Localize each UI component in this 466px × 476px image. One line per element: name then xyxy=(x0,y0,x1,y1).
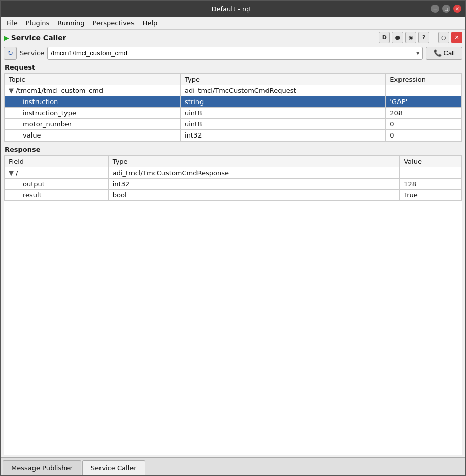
request-cell-expression[interactable] xyxy=(386,85,462,96)
main-window: Default - rqt ─ □ ✕ File Plugins Running… xyxy=(0,0,466,476)
response-col-value: Value xyxy=(400,156,462,167)
request-cell-topic: ▼/tmcm1/tmcl_custom_cmd xyxy=(5,85,181,96)
request-cell-topic: instruction_type xyxy=(5,108,181,119)
plugin-header: ▶ Service Caller D ● ◉ ? - ○ ✕ xyxy=(1,30,465,45)
window-title: Default - rqt xyxy=(32,5,431,13)
menu-perspectives[interactable]: Perspectives xyxy=(89,18,139,28)
request-cell-type: adi_tmcl/TmcCustomCmdRequest xyxy=(181,85,386,96)
plugin-help-button[interactable]: ? xyxy=(418,32,429,43)
service-row: ↻ Service /tmcm1/tmcl_custom_cmd 📞 Call xyxy=(1,45,465,61)
plugin-d-button[interactable]: D xyxy=(379,32,390,43)
response-table-row[interactable]: resultboolTrue xyxy=(5,190,462,201)
title-bar: Default - rqt ─ □ ✕ xyxy=(1,1,465,17)
response-table-row[interactable]: ▼/adi_tmcl/TmcCustomCmdResponse xyxy=(5,167,462,179)
menu-plugins[interactable]: Plugins xyxy=(22,18,54,28)
request-table-row[interactable]: instructionstring'GAP' xyxy=(5,96,462,108)
request-table: Topic Type Expression ▼/tmcm1/tmcl_custo… xyxy=(4,74,462,141)
menu-running[interactable]: Running xyxy=(53,18,88,28)
plugin-controls: D ● ◉ ? - ○ ✕ xyxy=(379,32,462,43)
response-cell-type: adi_tmcl/TmcCustomCmdResponse xyxy=(108,167,400,179)
response-table-wrap: Field Type Value ▼/adi_tmcl/TmcCustomCmd… xyxy=(4,155,462,455)
main-content: Request Topic Type Expression ▼/tmcm1/tm… xyxy=(1,61,465,457)
request-cell-type: uint8 xyxy=(181,108,386,119)
menu-bar: File Plugins Running Perspectives Help xyxy=(1,17,465,30)
request-table-section: Topic Type Expression ▼/tmcm1/tmcl_custo… xyxy=(4,73,462,142)
service-dropdown-wrap: /tmcm1/tmcl_custom_cmd xyxy=(47,47,423,60)
minimize-button[interactable]: ─ xyxy=(431,5,439,13)
tree-arrow-icon: ▼ xyxy=(9,169,14,177)
response-table: Field Type Value ▼/adi_tmcl/TmcCustomCmd… xyxy=(4,156,462,201)
response-section: Response Field Type Value ▼/adi_tmcl/Tmc… xyxy=(1,144,465,457)
response-table-row[interactable]: outputint32128 xyxy=(5,179,462,190)
tab-bar: Message Publisher Service Caller xyxy=(1,457,465,475)
request-cell-topic: value xyxy=(5,130,181,141)
plugin-o-button[interactable]: ○ xyxy=(438,32,449,43)
plugin-close-button[interactable]: ✕ xyxy=(451,32,462,43)
menu-help[interactable]: Help xyxy=(139,18,162,28)
response-cell-field: output xyxy=(5,179,109,190)
request-col-topic: Topic xyxy=(5,74,181,85)
request-cell-expression[interactable]: 208 xyxy=(386,108,462,119)
response-cell-field: ▼/ xyxy=(5,167,109,179)
response-section-header: Response xyxy=(1,144,465,155)
request-cell-expression[interactable]: 'GAP' xyxy=(386,96,462,108)
service-label: Service xyxy=(20,49,44,57)
request-cell-type: uint8 xyxy=(181,119,386,130)
service-dropdown[interactable]: /tmcm1/tmcl_custom_cmd xyxy=(47,47,423,60)
call-button-label: Call xyxy=(444,49,455,57)
response-col-type: Type xyxy=(108,156,400,167)
tree-arrow-icon: ▼ xyxy=(9,87,14,94)
request-table-header-row: Topic Type Expression xyxy=(5,74,462,85)
plugin-separator: - xyxy=(432,33,435,41)
response-cell-field: result xyxy=(5,190,109,201)
request-table-row[interactable]: valueint320 xyxy=(5,130,462,141)
plugin-circle-button[interactable]: ◉ xyxy=(405,32,416,43)
response-col-field: Field xyxy=(5,156,109,167)
maximize-button[interactable]: □ xyxy=(442,5,450,13)
request-table-row[interactable]: instruction_typeuint8208 xyxy=(5,108,462,119)
request-col-type: Type xyxy=(181,74,386,85)
service-refresh-button[interactable]: ↻ xyxy=(4,47,17,60)
tab-message-publisher[interactable]: Message Publisher xyxy=(3,460,81,475)
request-col-expression: Expression xyxy=(386,74,462,85)
request-cell-expression[interactable]: 0 xyxy=(386,130,462,141)
request-table-row[interactable]: motor_numberuint80 xyxy=(5,119,462,130)
call-button[interactable]: 📞 Call xyxy=(426,47,462,60)
response-cell-type: bool xyxy=(108,190,400,201)
response-cell-value: True xyxy=(400,190,462,201)
plugin-title-area: ▶ Service Caller xyxy=(4,33,66,42)
request-cell-type: string xyxy=(181,96,386,108)
tab-service-caller[interactable]: Service Caller xyxy=(82,460,145,475)
response-table-header-row: Field Type Value xyxy=(5,156,462,167)
response-cell-value: 128 xyxy=(400,179,462,190)
plugin-arrow-icon: ▶ xyxy=(4,33,9,42)
menu-file[interactable]: File xyxy=(3,18,22,28)
request-cell-type: int32 xyxy=(181,130,386,141)
request-cell-topic: instruction xyxy=(5,96,181,108)
request-cell-expression[interactable]: 0 xyxy=(386,119,462,130)
plugin-dot-button[interactable]: ● xyxy=(392,32,403,43)
request-cell-topic: motor_number xyxy=(5,119,181,130)
title-bar-controls: ─ □ ✕ xyxy=(431,5,461,13)
plugin-title: Service Caller xyxy=(11,33,66,42)
close-button[interactable]: ✕ xyxy=(453,5,461,13)
phone-icon: 📞 xyxy=(434,49,442,57)
response-cell-value xyxy=(400,167,462,179)
request-table-row[interactable]: ▼/tmcm1/tmcl_custom_cmdadi_tmcl/TmcCusto… xyxy=(5,85,462,96)
response-cell-type: int32 xyxy=(108,179,400,190)
request-section-header: Request xyxy=(1,61,465,73)
